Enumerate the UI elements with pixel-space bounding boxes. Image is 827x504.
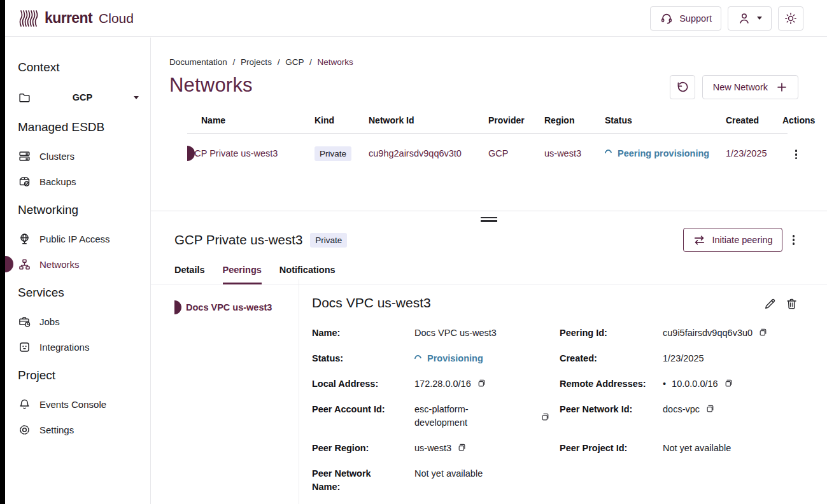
peering-detail-title: Docs VPC us-west3 bbox=[312, 295, 431, 311]
col-header-status: Status bbox=[605, 115, 726, 125]
clusters-icon bbox=[18, 150, 31, 163]
field-label-peer-network-id: Peer Network Id: bbox=[560, 403, 663, 416]
refresh-button[interactable] bbox=[670, 75, 695, 99]
copy-remote-address-button[interactable] bbox=[724, 379, 733, 388]
field-label-peer-region: Peer Region: bbox=[312, 442, 414, 455]
copy-peering-id-button[interactable] bbox=[758, 328, 767, 337]
panel-actions-kebab[interactable] bbox=[789, 231, 798, 248]
col-header-provider: Provider bbox=[488, 115, 544, 125]
status-badge: Peering provisioning bbox=[605, 148, 709, 158]
breadcrumb-separator: / bbox=[233, 57, 236, 67]
initiate-peering-button[interactable]: Initiate peering bbox=[683, 228, 782, 252]
peering-list-item[interactable]: Docs VPC us-west3 bbox=[174, 299, 299, 316]
context-selected-value: GCP bbox=[31, 92, 134, 102]
field-value-peer-network-id: docs-vpc bbox=[663, 403, 700, 416]
spinner-icon bbox=[604, 148, 613, 158]
chevron-down-icon bbox=[134, 96, 139, 99]
top-header: kurrent Cloud Support bbox=[5, 0, 827, 37]
new-network-label: New Network bbox=[713, 82, 768, 92]
headset-icon bbox=[660, 11, 674, 25]
copy-peer-account-id-button[interactable] bbox=[541, 412, 549, 421]
sidebar-item-settings[interactable]: Settings bbox=[5, 417, 150, 442]
sidebar-item-label: Settings bbox=[39, 424, 74, 435]
col-header-kind: Kind bbox=[315, 115, 369, 125]
kurrent-waves-icon bbox=[19, 9, 39, 28]
pencil-icon bbox=[763, 297, 777, 311]
copy-icon bbox=[724, 379, 733, 388]
cell-provider: GCP bbox=[488, 148, 544, 158]
sidebar-section-managed-esdb: Managed ESDB Clusters bbox=[5, 120, 150, 194]
field-value-peer-account-id: esc-platform-development bbox=[414, 403, 491, 430]
breadcrumb-documentation[interactable]: Documentation bbox=[169, 57, 227, 67]
sidebar-item-jobs[interactable]: Jobs bbox=[5, 309, 150, 334]
main-content: Documentation / Projects / GCP / Network… bbox=[151, 38, 827, 504]
bell-icon bbox=[18, 398, 31, 411]
trash-icon bbox=[785, 297, 798, 311]
field-label-remote-addresses: Remote Addresses: bbox=[560, 377, 663, 391]
spinner-icon bbox=[413, 354, 423, 363]
logo-brand-text: kurrent bbox=[45, 10, 92, 27]
section-title-services: Services bbox=[5, 286, 150, 304]
backups-icon bbox=[18, 175, 31, 188]
col-header-region: Region bbox=[544, 115, 605, 125]
integrations-icon bbox=[18, 340, 31, 354]
sidebar-item-events-console[interactable]: Events Console bbox=[5, 391, 150, 417]
field-value-status: Provisioning bbox=[427, 352, 483, 365]
networks-icon bbox=[18, 258, 31, 271]
sidebar: Context GCP Managed ESDB bbox=[5, 38, 151, 504]
copy-icon bbox=[705, 404, 714, 413]
col-header-network-id: Network Id bbox=[369, 115, 488, 125]
copy-local-address-button[interactable] bbox=[477, 379, 486, 388]
sidebar-item-networks[interactable]: Networks bbox=[5, 251, 150, 277]
breadcrumb-networks[interactable]: Networks bbox=[318, 57, 353, 67]
sidebar-section-project: Project Events Console Settings bbox=[5, 368, 150, 442]
copy-peer-network-id-button[interactable] bbox=[705, 404, 714, 413]
support-label: Support bbox=[679, 13, 712, 24]
sidebar-item-clusters[interactable]: Clusters bbox=[5, 143, 150, 169]
selected-peering-marker bbox=[174, 300, 181, 314]
context-select[interactable]: GCP bbox=[5, 83, 150, 111]
kind-badge: Private bbox=[315, 146, 351, 161]
kurrent-cloud-app: kurrent Cloud Support bbox=[0, 0, 827, 504]
sidebar-item-public-ip-access[interactable]: Public IP Access bbox=[5, 226, 150, 251]
user-icon bbox=[737, 11, 751, 25]
sidebar-item-label: Public IP Access bbox=[39, 234, 110, 244]
kurrent-cloud-logo[interactable]: kurrent Cloud bbox=[19, 9, 134, 28]
breadcrumb-projects[interactable]: Projects bbox=[241, 57, 272, 67]
theme-toggle-button[interactable] bbox=[778, 6, 803, 31]
new-network-button[interactable]: New Network bbox=[702, 75, 798, 99]
breadcrumb-gcp[interactable]: GCP bbox=[285, 57, 304, 67]
copy-icon bbox=[541, 412, 549, 421]
breadcrumb-separator: / bbox=[278, 57, 280, 67]
support-button[interactable]: Support bbox=[650, 6, 721, 31]
user-menu-button[interactable] bbox=[728, 6, 772, 31]
sidebar-item-label: Events Console bbox=[39, 399, 106, 410]
window-edge bbox=[0, 0, 5, 504]
field-value-peer-region: us-west3 bbox=[414, 442, 451, 455]
initiate-peering-label: Initiate peering bbox=[712, 235, 772, 245]
header-actions: Support bbox=[650, 6, 803, 31]
breadcrumb-separator: / bbox=[309, 57, 312, 67]
col-header-actions: Actions bbox=[782, 115, 815, 125]
network-detail-panel: GCP Private us-west3 Private Initiate pe… bbox=[151, 211, 827, 504]
peering-fields: Name: Docs VPC us-west3 Peering Id: cu9i… bbox=[312, 326, 798, 494]
field-value-remote-addresses: 10.0.0.0/16 bbox=[672, 377, 718, 391]
row-actions-kebab[interactable] bbox=[791, 146, 801, 163]
sun-icon bbox=[784, 11, 798, 25]
panel-title: GCP Private us-west3 bbox=[174, 232, 302, 248]
delete-peering-button[interactable] bbox=[785, 297, 798, 311]
peering-name: Docs VPC us-west3 bbox=[186, 302, 272, 312]
sidebar-section-services: Services Jobs Integrations bbox=[5, 286, 150, 360]
sidebar-section-networking: Networking Public IP Access Networks bbox=[5, 203, 150, 277]
copy-peer-region-button[interactable] bbox=[457, 443, 466, 452]
list-bullet: • bbox=[663, 377, 666, 391]
table-row[interactable]: GCP Private us-west3 Private cu9hg2airsd… bbox=[187, 134, 788, 173]
copy-icon bbox=[477, 379, 486, 388]
edit-peering-button[interactable] bbox=[763, 297, 777, 311]
status-text: Peering provisioning bbox=[618, 148, 709, 158]
sidebar-item-label: Clusters bbox=[39, 151, 74, 162]
sidebar-item-backups[interactable]: Backups bbox=[5, 169, 150, 194]
sidebar-item-integrations[interactable]: Integrations bbox=[5, 334, 150, 360]
panel-resize-handle[interactable] bbox=[481, 217, 497, 222]
sidebar-item-label: Backups bbox=[39, 176, 76, 187]
